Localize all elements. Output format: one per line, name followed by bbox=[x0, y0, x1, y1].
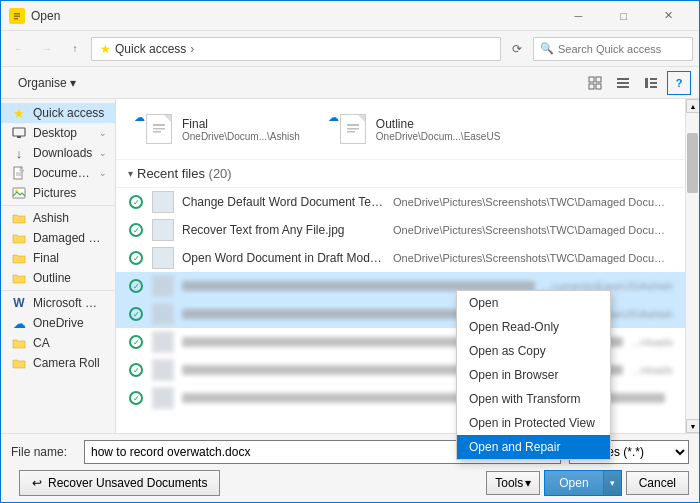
svg-rect-24 bbox=[153, 128, 165, 130]
action-row: ↩ Recover Unsaved Documents Tools ▾ Open… bbox=[11, 470, 689, 496]
refresh-button[interactable]: ⟳ bbox=[505, 37, 529, 61]
sync-status-icon bbox=[128, 390, 144, 406]
table-row[interactable]: Recover Text from Any File.jpg OneDrive\… bbox=[116, 216, 685, 244]
close-button[interactable]: ✕ bbox=[646, 1, 691, 31]
search-icon: 🔍 bbox=[540, 42, 554, 55]
table-row[interactable]: Change Default Word Document Template.jp… bbox=[116, 188, 685, 216]
doc-thumbnail bbox=[340, 114, 366, 144]
sidebar-item-pictures[interactable]: Pictures bbox=[1, 183, 115, 203]
svg-rect-14 bbox=[650, 86, 657, 88]
vertical-scrollbar[interactable]: ▲ ▼ bbox=[685, 99, 699, 433]
dropdown-item-repair[interactable]: Open and Repair bbox=[457, 435, 610, 459]
svg-rect-26 bbox=[347, 124, 359, 126]
cancel-button[interactable]: Cancel bbox=[626, 471, 689, 495]
svg-rect-25 bbox=[153, 131, 161, 133]
tools-button[interactable]: Tools ▾ bbox=[486, 471, 540, 495]
pinned-icon-wrap: ☁ bbox=[328, 111, 368, 147]
recover-unsaved-button[interactable]: ↩ Recover Unsaved Documents bbox=[19, 470, 220, 496]
open-button[interactable]: Open bbox=[545, 471, 602, 495]
pinned-info: Outline OneDrive\Docum...\EaseUS bbox=[376, 117, 501, 142]
sidebar-item-desktop[interactable]: Desktop ⌄ bbox=[1, 123, 115, 143]
sidebar-item-label: Documents bbox=[33, 166, 93, 180]
sidebar-item-downloads[interactable]: ↓ Downloads ⌄ bbox=[1, 143, 115, 163]
svg-rect-8 bbox=[617, 78, 629, 80]
sidebar-item-outline[interactable]: Outline bbox=[1, 268, 115, 288]
doc-thumbnail bbox=[146, 114, 172, 144]
recent-toggle[interactable]: ▾ bbox=[128, 168, 133, 179]
open-dropdown-menu: Open Open Read-Only Open as Copy Open in… bbox=[456, 290, 611, 460]
sidebar-item-ca[interactable]: CA bbox=[1, 333, 115, 353]
sidebar-item-microsoft-word[interactable]: W Microsoft Word bbox=[1, 293, 115, 313]
cloud-icon: ☁ bbox=[134, 111, 145, 124]
sidebar: ★ Quick access Desktop ⌄ ↓ Downloads ⌄ D… bbox=[1, 99, 116, 433]
address-bar: ← → ↑ ★ Quick access › ⟳ 🔍 bbox=[1, 31, 699, 67]
sidebar-item-damaged-docu[interactable]: Damaged Docu bbox=[1, 228, 115, 248]
sidebar-item-label: Final bbox=[33, 251, 107, 265]
scroll-down-button[interactable]: ▼ bbox=[686, 419, 699, 433]
svg-rect-12 bbox=[650, 78, 657, 80]
path-star: ★ bbox=[100, 42, 111, 56]
sidebar-item-quick-access[interactable]: ★ Quick access bbox=[1, 103, 115, 123]
sidebar-item-label: Quick access bbox=[33, 106, 107, 120]
search-input[interactable] bbox=[558, 43, 686, 55]
sidebar-item-documents[interactable]: Documents ⌄ bbox=[1, 163, 115, 183]
svg-rect-10 bbox=[617, 86, 629, 88]
pinned-item-outline[interactable]: ☁ Outline OneDrive\Docum...\EaseUS bbox=[322, 107, 507, 151]
dropdown-item-copy[interactable]: Open as Copy bbox=[457, 339, 610, 363]
dropdown-item-browser[interactable]: Open in Browser bbox=[457, 363, 610, 387]
file-thumbnail bbox=[152, 247, 174, 269]
sidebar-item-label: Camera Roll bbox=[33, 356, 107, 370]
view-list-button[interactable] bbox=[611, 71, 635, 95]
recent-title: Recent files (20) bbox=[137, 166, 232, 181]
dropdown-item-open[interactable]: Open bbox=[457, 291, 610, 315]
title-bar: Open ─ □ ✕ bbox=[1, 1, 699, 31]
sync-status-icon bbox=[128, 362, 144, 378]
file-thumbnail bbox=[152, 275, 174, 297]
sidebar-item-onedrive[interactable]: ☁ OneDrive bbox=[1, 313, 115, 333]
scroll-thumb[interactable] bbox=[687, 133, 698, 193]
svg-rect-21 bbox=[13, 188, 25, 198]
table-row[interactable]: Open Word Document in Draft Mode.jpg One… bbox=[116, 244, 685, 272]
svg-rect-13 bbox=[650, 82, 657, 84]
up-button[interactable]: ↑ bbox=[63, 37, 87, 61]
desktop-icon bbox=[11, 126, 27, 140]
maximize-button[interactable]: □ bbox=[601, 1, 646, 31]
sidebar-item-label: Microsoft Word bbox=[33, 296, 107, 310]
organise-button[interactable]: Organise ▾ bbox=[9, 71, 85, 95]
window-icon bbox=[9, 8, 25, 24]
dropdown-item-protected[interactable]: Open in Protected View bbox=[457, 411, 610, 435]
svg-rect-1 bbox=[14, 13, 20, 15]
sidebar-divider bbox=[1, 205, 115, 206]
dropdown-item-transform[interactable]: Open with Transform bbox=[457, 387, 610, 411]
file-name: Open Word Document in Draft Mode.jpg bbox=[182, 251, 385, 265]
file-thumbnail bbox=[152, 219, 174, 241]
search-box: 🔍 bbox=[533, 37, 693, 61]
pinned-item-final[interactable]: ☁ Final OneDrive\Docum...\Ashish bbox=[128, 107, 306, 151]
file-name: Change Default Word Document Template.jp… bbox=[182, 195, 385, 209]
svg-rect-3 bbox=[14, 18, 18, 20]
back-button[interactable]: ← bbox=[7, 37, 31, 61]
folder-icon bbox=[11, 271, 27, 285]
sidebar-item-ashish[interactable]: Ashish bbox=[1, 208, 115, 228]
recover-label: Recover Unsaved Documents bbox=[48, 476, 207, 490]
scroll-up-button[interactable]: ▲ bbox=[686, 99, 699, 113]
help-button[interactable]: ? bbox=[667, 71, 691, 95]
open-button-group: Open ▾ bbox=[544, 470, 621, 496]
file-thumbnail bbox=[152, 387, 174, 409]
minimize-button[interactable]: ─ bbox=[556, 1, 601, 31]
forward-button[interactable]: → bbox=[35, 37, 59, 61]
recent-header: ▾ Recent files (20) bbox=[116, 160, 685, 188]
details-view-button[interactable] bbox=[639, 71, 663, 95]
onedrive-icon: ☁ bbox=[11, 316, 27, 330]
sidebar-item-label: Pictures bbox=[33, 186, 107, 200]
svg-rect-7 bbox=[596, 84, 601, 89]
sidebar-item-camera-roll[interactable]: Camera Roll bbox=[1, 353, 115, 373]
pinned-path: OneDrive\Docum...\EaseUS bbox=[376, 131, 501, 142]
sidebar-item-final[interactable]: Final bbox=[1, 248, 115, 268]
pinned-info: Final OneDrive\Docum...\Ashish bbox=[182, 117, 300, 142]
dropdown-item-read-only[interactable]: Open Read-Only bbox=[457, 315, 610, 339]
recover-icon: ↩ bbox=[32, 476, 42, 490]
view-large-icons-button[interactable] bbox=[583, 71, 607, 95]
open-dropdown-button[interactable]: ▾ bbox=[603, 471, 621, 495]
address-path[interactable]: ★ Quick access › bbox=[91, 37, 501, 61]
